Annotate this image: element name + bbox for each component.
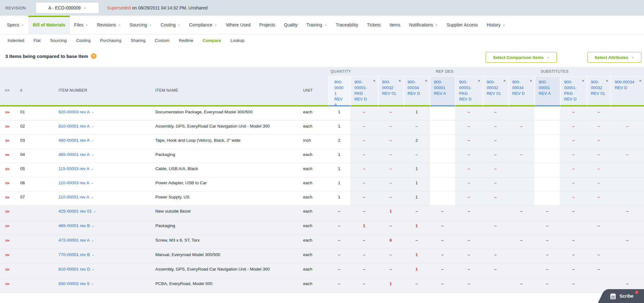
subtab-sourcing[interactable]: Sourcing — [45, 38, 71, 43]
substitutes-cell: – — [535, 264, 560, 278]
expand-row-chevrons[interactable]: >> — [0, 249, 14, 263]
tab-compliance[interactable]: Compliance⌄ — [185, 16, 221, 34]
compare-item-link[interactable]: 900-00001-PKG REV D — [354, 79, 372, 102]
item-number-link[interactable]: 810-00001 rev A — [58, 124, 90, 129]
subtab-lookup[interactable]: Lookup — [226, 38, 249, 43]
row-number — [14, 206, 57, 220]
tab-bill-of-materials[interactable]: Bill of Materials — [28, 16, 69, 34]
tab-history[interactable]: History⌄ — [482, 16, 510, 34]
item-number-link[interactable]: 465-00001 rev B — [58, 223, 90, 228]
compare-item-link[interactable]: 900-00001 REV A — [334, 79, 345, 106]
tab-items[interactable]: Items — [385, 16, 405, 34]
tab-costing[interactable]: Costing⌄ — [156, 16, 185, 34]
scribe-widget[interactable]: Scribe — [598, 289, 644, 303]
expand-row-chevrons[interactable]: >> — [0, 206, 14, 220]
refdes-cell: – — [483, 163, 508, 177]
expand-row-chevrons[interactable]: >> — [0, 106, 14, 120]
compare-item-link[interactable]: 900-00001-PKG REV D — [459, 79, 477, 102]
tab-tickets[interactable]: Tickets — [363, 16, 385, 34]
subtab-indented[interactable]: Indented — [3, 38, 29, 43]
compare-item-link[interactable]: 900-00032 REV 01 — [591, 79, 605, 96]
tab-notifications[interactable]: Notifications⌄ — [405, 16, 442, 34]
remove-column-icon[interactable]: × — [639, 79, 641, 83]
substitutes-cell: – — [611, 149, 644, 163]
expand-row-chevrons[interactable]: >> — [0, 121, 14, 134]
tab-sourcing[interactable]: Sourcing⌄ — [125, 16, 156, 34]
expand-row-chevrons[interactable]: >> — [0, 264, 14, 278]
refdes-cell: – — [455, 177, 483, 191]
item-number-link[interactable]: 810-00001 rev D — [58, 267, 90, 272]
tab-supplier-access[interactable]: Supplier Access — [442, 16, 483, 34]
item-number-link[interactable]: 110-00001 rev A — [58, 195, 89, 199]
expand-row-chevrons[interactable]: >> — [0, 235, 14, 249]
tab-traceability[interactable]: Traceability — [331, 16, 363, 34]
compare-item-link[interactable]: 900-00034 REV D — [512, 79, 529, 96]
subtab-purchasing[interactable]: Purchasing — [95, 38, 126, 43]
expand-row-chevrons[interactable]: >> — [0, 177, 14, 191]
revision-dropdown[interactable]: A - ECO-000009 ⌄ — [36, 2, 99, 14]
select-attributes-button[interactable]: Select Attributes ⌄ — [587, 52, 641, 63]
item-number-link[interactable]: 425-00001 rev 01 — [58, 209, 92, 214]
tab-files[interactable]: Files⌄ — [70, 16, 93, 34]
item-name-cell: Assembly, GPS, EveryRoad Car Navigation … — [154, 264, 302, 278]
refdes-cell: – — [483, 135, 508, 149]
remove-column-icon[interactable]: × — [373, 79, 375, 83]
subtab-compare[interactable]: Compare — [198, 38, 226, 43]
quantity-cell: 1 — [328, 177, 350, 191]
remove-column-icon[interactable]: × — [530, 79, 532, 83]
remove-column-icon[interactable]: × — [606, 79, 608, 83]
select-comparison-items-button[interactable]: Select Comparison Items ⌄ — [486, 52, 557, 63]
item-number-link[interactable]: 472-00001 rev A — [58, 238, 90, 243]
table-row: >>03480-00001 rev A⌄Tape, Hook and Loop … — [0, 135, 644, 149]
compare-item-link[interactable]: 900-00032 REV 01 — [382, 79, 398, 96]
item-number-link[interactable]: 480-00001 rev A — [58, 138, 90, 143]
unit-cell: each — [302, 278, 328, 292]
tab-where-used[interactable]: Where Used — [222, 16, 255, 34]
remove-column-icon[interactable]: × — [582, 79, 584, 83]
item-number-link[interactable]: 820-00003 rev A — [58, 110, 90, 114]
tab-projects[interactable]: Projects — [255, 16, 280, 34]
compare-item-link[interactable]: 900-00001 REV A — [434, 79, 449, 96]
item-number-link[interactable]: 830-00002 rev 5 — [58, 281, 89, 286]
row-number: 05 — [14, 163, 57, 177]
compare-item-link[interactable]: 900-00034 REV D — [408, 79, 424, 96]
item-number-link[interactable]: 770-00001 rev B — [58, 252, 90, 257]
compare-item-link[interactable]: 900-00032 REV 01 — [487, 79, 502, 96]
expand-row-chevrons[interactable]: >> — [0, 192, 14, 205]
expand-row-chevrons[interactable]: >> — [0, 163, 14, 177]
subtab-redline[interactable]: Redline — [174, 38, 198, 43]
tab-specs[interactable]: Specs⌄ — [3, 16, 28, 34]
tab-label: Sourcing — [50, 38, 67, 43]
unit-cell: each — [302, 106, 328, 120]
remove-column-icon[interactable]: × — [503, 79, 506, 83]
item-number-cell: 465-00001 rev B⌄ — [57, 220, 154, 234]
compare-item-link[interactable]: 900-00034 REV D — [615, 79, 638, 91]
subtab-custom[interactable]: Custom — [150, 38, 174, 43]
tab-quality[interactable]: Quality — [280, 16, 302, 34]
item-name-cell: New outside Bezel — [154, 206, 302, 220]
expand-row-chevrons[interactable]: >> — [0, 149, 14, 163]
remove-column-icon[interactable]: × — [425, 79, 427, 83]
subtab-sharing[interactable]: Sharing — [126, 38, 150, 43]
subtab-costing[interactable]: Costing — [71, 38, 95, 43]
remove-column-icon[interactable]: × — [398, 79, 401, 83]
subtab-flat[interactable]: Flat — [29, 38, 46, 43]
quantity-cell: – — [403, 206, 430, 220]
expand-row-chevrons[interactable]: >> — [0, 278, 14, 292]
refdes-cell — [508, 192, 535, 205]
compare-item-link[interactable]: 900-00001 REV A — [539, 79, 554, 96]
item-number-link[interactable]: 110-00003 rev A — [58, 180, 89, 185]
tab-label: Revisions — [97, 22, 116, 27]
compare-item-link[interactable]: 900-00001-PKG REV D — [564, 79, 581, 102]
remove-column-icon[interactable]: × — [478, 79, 480, 83]
item-number-link[interactable]: 115-00003 rev A — [58, 166, 89, 171]
tab-revisions[interactable]: Revisions⌄ — [92, 16, 125, 34]
item-number-link[interactable]: 465-00001 rev A — [58, 152, 90, 157]
expand-row-chevrons[interactable]: >> — [0, 135, 14, 149]
refdes-cell: – — [455, 135, 483, 149]
help-icon[interactable]: ? — [91, 53, 97, 59]
expand-row-chevrons[interactable]: >> — [0, 220, 14, 234]
substitutes-cell — [611, 249, 644, 263]
tab-training[interactable]: Training⌄ — [302, 16, 331, 34]
refdes-cell: – — [483, 220, 508, 234]
